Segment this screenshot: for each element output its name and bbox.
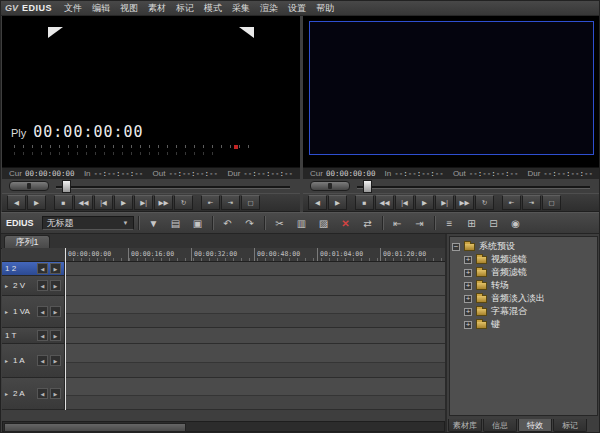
timeline-track-lane[interactable] bbox=[65, 378, 445, 410]
track-right-icon[interactable]: ▶ bbox=[50, 306, 61, 317]
fast-forward-button[interactable]: ▶▶ bbox=[154, 195, 173, 210]
menu-mode[interactable]: 模式 bbox=[199, 2, 227, 15]
expand-icon[interactable]: + bbox=[464, 308, 472, 316]
track-expander-icon[interactable]: ▸ bbox=[5, 390, 11, 397]
recorder-position-slider[interactable] bbox=[357, 186, 590, 189]
menu-view[interactable]: 视图 bbox=[115, 2, 143, 15]
track-expander-icon[interactable]: ▸ bbox=[5, 357, 11, 364]
track-header-1t[interactable]: 1 T ◀ ▶ bbox=[2, 328, 65, 344]
goto-in-button[interactable]: ⇤ bbox=[201, 195, 220, 210]
tree-item-audio-fade[interactable]: + 音频淡入淡出 bbox=[452, 292, 595, 305]
menu-clip[interactable]: 素材 bbox=[143, 2, 171, 15]
expand-icon[interactable]: + bbox=[464, 295, 472, 303]
sequence-tab[interactable]: 序列1 bbox=[4, 235, 50, 249]
mark-out-button[interactable]: ▶ bbox=[27, 195, 46, 210]
tree-item-system-presets[interactable]: − 系统预设 bbox=[452, 240, 595, 253]
track-right-icon[interactable]: ▶ bbox=[50, 388, 61, 399]
frame-forward-button[interactable]: ▶| bbox=[435, 195, 454, 210]
track-right-icon[interactable]: ▶ bbox=[50, 280, 61, 291]
timeline-h-scrollbar[interactable] bbox=[2, 421, 445, 432]
timeline-playhead[interactable] bbox=[65, 248, 66, 410]
rewind-button[interactable]: ◀◀ bbox=[375, 195, 394, 210]
timeline-ruler[interactable]: 00:00:00:00 00:00:16:00 00:00:32:00 00:0… bbox=[65, 248, 445, 262]
set-out-point-button[interactable]: ⇥ bbox=[410, 214, 430, 232]
add-to-timeline-button[interactable]: ▼ bbox=[144, 214, 164, 232]
player-slider-handle[interactable] bbox=[62, 180, 71, 193]
menu-render[interactable]: 渲染 bbox=[255, 2, 283, 15]
mode-select-button[interactable]: ≡ bbox=[440, 214, 460, 232]
track-left-icon[interactable]: ◀ bbox=[37, 355, 48, 366]
ripple-delete-button[interactable]: ⇄ bbox=[358, 214, 378, 232]
rewind-button[interactable]: ◀◀ bbox=[74, 195, 93, 210]
paste-button[interactable]: ▨ bbox=[314, 214, 334, 232]
recorder-slider-handle[interactable] bbox=[363, 180, 372, 193]
recorder-shuttle-control[interactable] bbox=[310, 181, 350, 191]
track-header-1va[interactable]: ▸ 1 VA ◀ ▶ bbox=[2, 296, 65, 328]
loop-play-button[interactable]: ↻ bbox=[475, 195, 494, 210]
timeline-track-lane[interactable] bbox=[65, 262, 445, 276]
set-in-point-button[interactable]: ⇤ bbox=[388, 214, 408, 232]
menu-capture[interactable]: 采集 bbox=[227, 2, 255, 15]
new-sequence-button[interactable]: ▤ bbox=[166, 214, 186, 232]
tab-bin[interactable]: 素材库 bbox=[448, 419, 482, 432]
delete-button[interactable]: ✕ bbox=[336, 214, 356, 232]
expand-icon[interactable]: + bbox=[464, 321, 472, 329]
zoom-out-button[interactable]: ⊟ bbox=[484, 214, 504, 232]
undo-button[interactable]: ↶ bbox=[218, 214, 238, 232]
track-expander-icon[interactable]: ▸ bbox=[5, 282, 11, 289]
full-screen-button[interactable]: ▢ bbox=[542, 195, 561, 210]
goto-in-button[interactable]: ⇤ bbox=[502, 195, 521, 210]
goto-out-button[interactable]: ⇥ bbox=[221, 195, 240, 210]
fast-forward-button[interactable]: ▶▶ bbox=[455, 195, 474, 210]
tree-item-key[interactable]: + 键 bbox=[452, 318, 595, 331]
copy-button[interactable]: ▥ bbox=[292, 214, 312, 232]
mark-in-button[interactable]: ◀ bbox=[7, 195, 26, 210]
track-left-icon[interactable]: ◀ bbox=[37, 330, 48, 341]
timeline-track-lane[interactable] bbox=[65, 328, 445, 344]
mark-out-button[interactable]: ▶ bbox=[328, 195, 347, 210]
stop-button[interactable]: ■ bbox=[355, 195, 374, 210]
redo-button[interactable]: ↷ bbox=[240, 214, 260, 232]
loop-play-button[interactable]: ↻ bbox=[174, 195, 193, 210]
menu-file[interactable]: 文件 bbox=[59, 2, 87, 15]
cut-button[interactable]: ✂ bbox=[270, 214, 290, 232]
menu-settings[interactable]: 设置 bbox=[283, 2, 311, 15]
track-header-selected[interactable]: 1 2 ◀ ▶ bbox=[2, 262, 65, 276]
track-left-icon[interactable]: ◀ bbox=[37, 263, 48, 274]
scrollbar-thumb[interactable] bbox=[4, 423, 186, 432]
player-position-slider[interactable] bbox=[56, 186, 290, 189]
track-expander-icon[interactable]: ▸ bbox=[5, 308, 11, 315]
menu-help[interactable]: 帮助 bbox=[311, 2, 339, 15]
track-header-1a[interactable]: ▸ 1 A ◀ ▶ bbox=[2, 344, 65, 378]
project-dropdown[interactable]: 无标题 ▼ bbox=[42, 216, 134, 230]
zoom-in-button[interactable]: ⊞ bbox=[462, 214, 482, 232]
tree-item-video-filters[interactable]: + 视频滤镜 bbox=[452, 253, 595, 266]
stop-button[interactable]: ■ bbox=[54, 195, 73, 210]
frame-forward-button[interactable]: ▶| bbox=[134, 195, 153, 210]
tree-item-title-mixer[interactable]: + 字幕混合 bbox=[452, 305, 595, 318]
goto-out-button[interactable]: ⇥ bbox=[522, 195, 541, 210]
tab-info[interactable]: 信息 bbox=[483, 419, 517, 432]
tree-item-transitions[interactable]: + 转场 bbox=[452, 279, 595, 292]
frame-back-button[interactable]: |◀ bbox=[94, 195, 113, 210]
timeline-track-lane[interactable] bbox=[65, 344, 445, 378]
track-left-icon[interactable]: ◀ bbox=[37, 306, 48, 317]
track-header-2v[interactable]: ▸ 2 V ◀ ▶ bbox=[2, 276, 65, 296]
track-right-icon[interactable]: ▶ bbox=[50, 355, 61, 366]
track-right-icon[interactable]: ▶ bbox=[50, 263, 61, 274]
expand-icon[interactable]: + bbox=[464, 269, 472, 277]
mark-in-button[interactable]: ◀ bbox=[308, 195, 327, 210]
expand-icon[interactable]: + bbox=[464, 256, 472, 264]
play-button[interactable]: ▶ bbox=[114, 195, 133, 210]
tab-effects[interactable]: 特效 bbox=[518, 419, 552, 432]
play-button[interactable]: ▶ bbox=[415, 195, 434, 210]
track-left-icon[interactable]: ◀ bbox=[37, 280, 48, 291]
collapse-icon[interactable]: − bbox=[452, 243, 460, 251]
track-header-2a[interactable]: ▸ 2 A ◀ ▶ bbox=[2, 378, 65, 410]
timeline-track-lane[interactable] bbox=[65, 296, 445, 328]
expand-icon[interactable]: + bbox=[464, 282, 472, 290]
save-project-button[interactable]: ▣ bbox=[188, 214, 208, 232]
tab-marker[interactable]: 标记 bbox=[553, 419, 587, 432]
player-shuttle-control[interactable] bbox=[9, 181, 49, 191]
track-right-icon[interactable]: ▶ bbox=[50, 330, 61, 341]
